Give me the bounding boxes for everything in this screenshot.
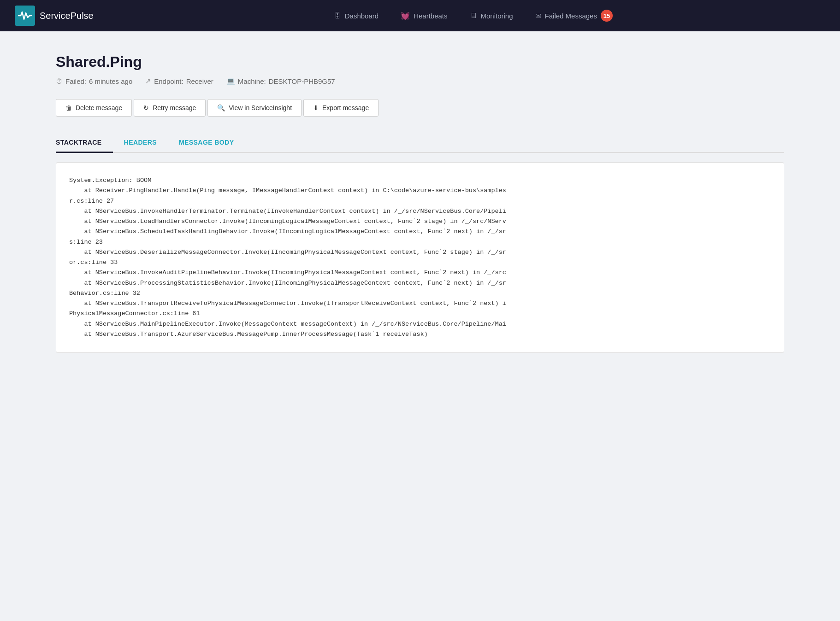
nav-dashboard-label: Dashboard [345, 12, 379, 20]
brand[interactable]: ServicePulse [15, 6, 94, 26]
tab-headers-label: HEADERS [124, 139, 157, 146]
endpoint-value: Receiver [186, 77, 213, 85]
nav-items: 🎛 Dashboard 💓 Heartbeats 🖥 Monitoring ✉ … [121, 6, 825, 25]
failed-label: Failed: [65, 77, 86, 85]
tab-stacktrace-label: STACKTRACE [56, 139, 102, 146]
view-serviceinsight-label: View in ServiceInsight [229, 104, 292, 111]
monitoring-icon: 🖥 [470, 12, 477, 20]
export-message-label: Export message [322, 104, 369, 111]
nav-heartbeats-label: Heartbeats [414, 12, 447, 20]
page-title: Shared.Ping [56, 53, 784, 70]
endpoint-label: Endpoint: [154, 77, 183, 85]
view-icon: 🔍 [217, 104, 225, 111]
tab-stacktrace[interactable]: STACKTRACE [56, 133, 113, 153]
navbar: ServicePulse 🎛 Dashboard 💓 Heartbeats 🖥 … [0, 0, 840, 31]
nav-monitoring-label: Monitoring [481, 12, 513, 20]
endpoint-item: ↗ Endpoint: Receiver [145, 77, 213, 85]
machine-icon: 💻 [226, 77, 235, 85]
nav-failed-messages[interactable]: ✉ Failed Messages 15 [526, 6, 622, 25]
failed-messages-icon: ✉ [535, 12, 541, 20]
failed-time-item: ⏱ Failed: 6 minutes ago [56, 77, 132, 85]
brand-name: ServicePulse [40, 11, 94, 21]
nav-monitoring[interactable]: 🖥 Monitoring [461, 8, 522, 23]
action-bar: 🗑 Delete message ↻ Retry message 🔍 View … [56, 99, 784, 117]
export-icon: ⬇ [313, 104, 319, 111]
delete-message-label: Delete message [76, 104, 122, 111]
tab-messagebody[interactable]: MESSAGE BODY [179, 133, 245, 153]
nav-heartbeats[interactable]: 💓 Heartbeats [391, 8, 456, 24]
machine-item: 💻 Machine: DESKTOP-PHB9G57 [226, 77, 335, 85]
dashboard-icon: 🎛 [334, 12, 341, 20]
tab-headers[interactable]: HEADERS [124, 133, 168, 153]
meta-bar: ⏱ Failed: 6 minutes ago ↗ Endpoint: Rece… [56, 77, 784, 85]
tab-messagebody-label: MESSAGE BODY [179, 139, 234, 146]
export-message-button[interactable]: ⬇ Export message [303, 99, 379, 117]
delete-message-button[interactable]: 🗑 Delete message [56, 99, 132, 117]
nav-failed-messages-label: Failed Messages [545, 12, 597, 20]
delete-icon: 🗑 [65, 104, 72, 111]
retry-message-label: Retry message [153, 104, 196, 111]
tabs: STACKTRACE HEADERS MESSAGE BODY [56, 133, 784, 153]
failed-messages-badge: 15 [601, 10, 613, 22]
endpoint-icon: ↗ [145, 77, 151, 85]
machine-label: Machine: [238, 77, 266, 85]
failed-time: 6 minutes ago [89, 77, 132, 85]
stacktrace-content: System.Exception: BOOM at Receiver.PingH… [69, 176, 771, 340]
machine-value: DESKTOP-PHB9G57 [269, 77, 335, 85]
main-content: Shared.Ping ⏱ Failed: 6 minutes ago ↗ En… [28, 31, 812, 371]
heartbeats-icon: 💓 [401, 12, 410, 20]
retry-icon: ↻ [143, 104, 149, 111]
clock-icon: ⏱ [56, 77, 63, 85]
nav-dashboard[interactable]: 🎛 Dashboard [325, 8, 388, 23]
view-serviceinsight-button[interactable]: 🔍 View in ServiceInsight [207, 99, 302, 117]
logo-icon [15, 6, 35, 26]
retry-message-button[interactable]: ↻ Retry message [134, 99, 206, 117]
stacktrace-container: System.Exception: BOOM at Receiver.PingH… [56, 162, 784, 353]
